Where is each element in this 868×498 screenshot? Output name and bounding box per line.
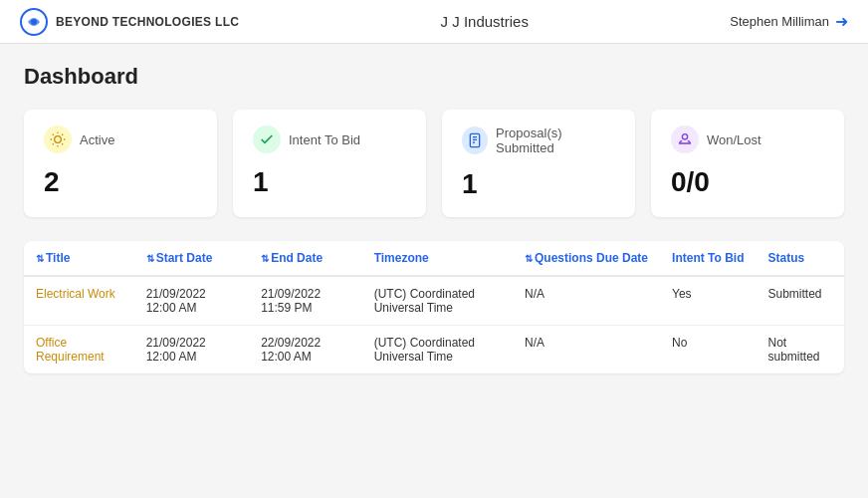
card-icon [253,125,281,153]
sort-arrow: ⇅ [146,253,154,264]
card-value: 1 [462,167,615,201]
svg-point-2 [55,136,62,143]
col-end_date[interactable]: ⇅End Date [249,241,362,276]
header-user[interactable]: Stephen Milliman ➜ [730,12,848,31]
card-label: Intent To Bid [289,132,360,147]
company-logo-icon [20,8,48,36]
logo: BEYOND TECHNOLOGIES LLC [20,8,239,36]
main-content: Dashboard Active 2 Intent To Bid 1 [0,44,868,498]
cell-title[interactable]: Office Requirement [24,325,134,374]
card-header: Won/Lost [671,125,824,153]
cell-title[interactable]: Electrical Work [24,276,134,326]
header-company-name: J J Industries [441,13,529,30]
card-active: Active 2 [24,110,217,217]
card-icon [44,125,72,153]
card-won-lost: Won/Lost 0/0 [651,110,844,217]
cell-start_date: 21/09/2022 12:00 AM [134,276,249,326]
svg-point-1 [31,19,37,25]
card-label: Won/Lost [707,132,761,147]
col-start_date[interactable]: ⇅Start Date [134,241,249,276]
sort-arrow: ⇅ [525,253,533,264]
card-proposals-submitted: Proposal(s) Submitted 1 [442,110,635,217]
logout-icon[interactable]: ➜ [835,12,848,31]
card-header: Active [44,125,197,153]
cell-intent_to_bid: No [660,325,756,374]
table-row: Electrical Work21/09/2022 12:00 AM21/09/… [24,276,844,326]
cell-timezone: (UTC) Coordinated Universal Time [362,325,513,374]
cell-status: Not submitted [756,325,844,374]
card-header: Proposal(s) Submitted [462,125,615,155]
col-questions_due_date[interactable]: ⇅Questions Due Date [513,241,660,276]
data-table-section: ⇅Title⇅Start Date⇅End DateTimezone⇅Quest… [24,241,844,374]
card-icon [671,125,699,153]
svg-line-6 [62,143,63,144]
logo-text: BEYOND TECHNOLOGIES LLC [56,15,239,29]
svg-line-5 [53,134,54,135]
stat-cards-row: Active 2 Intent To Bid 1 Proposal(s) Sub… [24,110,844,217]
card-value: 1 [253,165,406,199]
card-value: 2 [44,165,197,199]
col-intent_to_bid: Intent To Bid [660,241,756,276]
svg-line-9 [53,143,54,144]
card-label: Proposal(s) Submitted [496,125,615,155]
sort-arrow: ⇅ [261,253,269,264]
col-timezone: Timezone [362,241,513,276]
svg-line-10 [62,134,63,135]
cell-intent_to_bid: Yes [660,276,756,326]
card-icon [462,126,488,154]
col-status: Status [756,241,844,276]
card-intent-to-bid: Intent To Bid 1 [233,110,426,217]
cell-timezone: (UTC) Coordinated Universal Time [362,276,513,326]
sort-arrow: ⇅ [36,253,44,264]
table-row: Office Requirement21/09/2022 12:00 AM22/… [24,325,844,374]
col-title[interactable]: ⇅Title [24,241,134,276]
bids-table: ⇅Title⇅Start Date⇅End DateTimezone⇅Quest… [24,241,844,374]
card-value: 0/0 [671,165,824,199]
cell-start_date: 21/09/2022 12:00 AM [134,325,249,374]
cell-questions_due_date: N/A [513,276,660,326]
cell-end_date: 21/09/2022 11:59 PM [249,276,362,326]
user-name: Stephen Milliman [730,14,829,29]
cell-end_date: 22/09/2022 12:00 AM [249,325,362,374]
page-title: Dashboard [24,64,844,90]
cell-status: Submitted [756,276,844,326]
card-label: Active [80,132,114,147]
card-header: Intent To Bid [253,125,406,153]
app-header: BEYOND TECHNOLOGIES LLC J J Industries S… [0,0,868,44]
svg-point-15 [682,134,687,139]
cell-questions_due_date: N/A [513,325,660,374]
